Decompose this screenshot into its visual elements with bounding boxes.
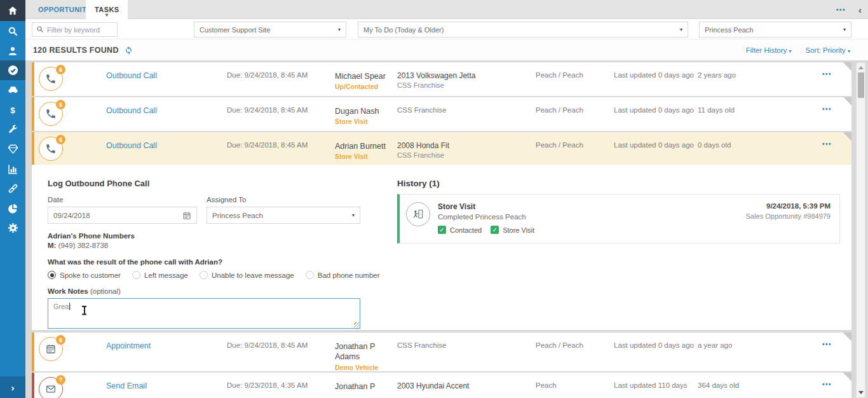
sidebar-item-contacts[interactable] [0, 41, 25, 60]
car-icon [7, 84, 19, 96]
task-type-link[interactable]: Appointment [106, 341, 151, 350]
site-select-value: Customer Support Site [200, 26, 270, 34]
phone-icon: $ [39, 67, 63, 91]
task-row-selected[interactable]: $ Outbound Call Due: 9/24/2018, 8:45 AM … [32, 132, 851, 165]
checkbox-check-icon: ✓ [491, 226, 499, 234]
date-label: Date [48, 196, 197, 203]
sidebar-item-home[interactable] [0, 0, 25, 21]
email-icon: ? [39, 377, 63, 398]
crm-tasks-screen: $ › OPPORTUNITIES TASKS ▾ [0, 0, 868, 398]
task-type-link[interactable]: Send Email [106, 381, 147, 390]
task-due: Due: 9/24/2018, 8:45 AM [227, 62, 335, 96]
sidebar-item-reports[interactable] [0, 159, 25, 179]
tab-bar: OPPORTUNITIES TASKS ▾ ••• ‹ [25, 0, 868, 19]
task-age: 2 years ago [698, 62, 780, 96]
contacted-checkbox[interactable]: ✓Contacted [438, 226, 482, 234]
sort-button[interactable]: Sort: Priority ▾ [806, 46, 850, 54]
vehicle: 2008 Honda Fit [397, 141, 536, 150]
work-notes-textarea[interactable]: Great [48, 298, 360, 329]
sidebar-item-sales[interactable]: $ [0, 100, 25, 120]
home-icon [7, 5, 18, 17]
sidebar-item-rewards[interactable] [0, 139, 25, 159]
site-select[interactable]: Customer Support Site ▾ [194, 22, 346, 38]
task-row[interactable]: $ Outbound Call Due: 9/24/2018, 8:45 AM … [32, 62, 851, 96]
sidebar-item-search[interactable] [0, 21, 25, 41]
history-event-card[interactable]: Store Visit Completed Princess Peach ✓Co… [397, 194, 840, 244]
checkbox-label: Store Visit [503, 226, 534, 234]
vertical-scrollbar[interactable] [856, 62, 865, 398]
row-menu-button[interactable]: ••• [822, 341, 832, 348]
work-notes-label: Work Notes [48, 287, 88, 295]
radio-dot [48, 271, 56, 279]
corner-fold [843, 62, 851, 71]
opportunity-badge: $ [56, 100, 65, 109]
row-menu-button[interactable]: ••• [822, 106, 832, 113]
assigned-to-label: Assigned To [207, 196, 360, 203]
sidebar-item-settings[interactable] [0, 218, 25, 238]
task-type-link[interactable]: Outbound Call [106, 106, 157, 115]
sidebar-expand-button[interactable]: › [0, 376, 25, 398]
filter-history-label: Filter History [746, 46, 787, 54]
radio-bad-phone-number[interactable]: Bad phone number [306, 271, 380, 279]
task-row[interactable]: $ Appointment Due: 9/24/2018, 8:45 AM Jo… [32, 333, 851, 371]
collapse-panel-icon[interactable]: ‹ [858, 4, 862, 15]
filter-history-button[interactable]: Filter History ▾ [746, 46, 792, 54]
sidebar-item-tasks[interactable] [0, 60, 25, 80]
task-row[interactable]: ? Send Email Due: 9/23/2018, 4:35 AM Jon… [32, 373, 851, 398]
scrollbar-thumb[interactable] [858, 72, 864, 98]
pie-chart-icon [7, 203, 18, 214]
row-menu-button[interactable]: ••• [822, 141, 832, 148]
search-icon [36, 24, 47, 36]
assigned-to-value: Princess Peach [212, 212, 263, 219]
task-age: 11 days old [698, 97, 780, 131]
queue-select[interactable]: My To Do (Today & Older) ▾ [358, 22, 688, 38]
radio-spoke-to-customer[interactable]: Spoke to customer [48, 271, 121, 279]
log-call-form: Log Outbound Phone Call Date 09/24/2018 … [48, 179, 381, 330]
checkbox-label: Contacted [450, 226, 482, 234]
sidebar-item-links[interactable] [0, 179, 25, 198]
date-field[interactable]: 09/24/2018 [48, 207, 197, 224]
dollar-icon: $ [7, 104, 18, 116]
radio-unable-to-leave-message[interactable]: Unable to leave message [200, 271, 294, 279]
tab-tasks[interactable]: TASKS ▾ [86, 0, 128, 19]
last-updated: Last updated 0 days ago [614, 132, 698, 165]
sidebar-item-inventory[interactable] [0, 80, 25, 100]
svg-text:$: $ [10, 105, 15, 114]
gear-icon [7, 222, 19, 234]
vehicle: 2003 Hyundai Accent [397, 381, 536, 390]
filter-bar: Customer Support Site ▾ My To Do (Today … [25, 19, 868, 39]
radio-dot [200, 271, 208, 279]
radio-left-message[interactable]: Left message [132, 271, 188, 279]
chevron-down-icon: ▾ [352, 212, 355, 218]
task-type-link[interactable]: Outbound Call [106, 71, 157, 80]
phone-number: (949) 382-8738 [58, 242, 109, 249]
keyword-filter-input[interactable] [47, 26, 113, 34]
refresh-icon[interactable] [124, 45, 133, 55]
resize-handle[interactable] [354, 322, 359, 327]
task-row[interactable]: $ Outbound Call Due: 9/24/2018, 8:45 AM … [32, 97, 851, 131]
history-event-subtitle: Completed Princess Peach [438, 213, 534, 221]
calendar-icon[interactable] [182, 211, 191, 220]
radio-dot [306, 271, 314, 279]
row-menu-button[interactable]: ••• [822, 71, 832, 78]
row-menu-button[interactable]: ••• [822, 381, 832, 388]
vehicle: 2013 Volkswagen Jetta [397, 71, 536, 80]
store-visit-checkbox[interactable]: ✓Store Visit [491, 226, 534, 234]
customer-status: Store Visit [335, 153, 397, 160]
log-call-panel: Log Outbound Phone Call Date 09/24/2018 … [32, 165, 851, 330]
more-options-button[interactable]: ••• [836, 6, 846, 13]
agent-select[interactable]: Princess Peach ▾ [699, 22, 851, 38]
scroll-down-arrow[interactable] [857, 388, 865, 397]
task-due: Due: 9/24/2018, 8:45 AM [227, 333, 335, 371]
results-bar: 120 RESULTS FOUND Filter History ▾ Sort:… [25, 39, 868, 60]
customer-name: Jonathan P Adams [335, 341, 397, 362]
sidebar-item-insights[interactable] [0, 198, 25, 218]
bar-chart-icon [7, 163, 18, 175]
sidebar-item-service[interactable] [0, 120, 25, 139]
task-type-link[interactable]: Outbound Call [106, 141, 157, 150]
franchise: CSS Franchise [397, 341, 536, 349]
task-age: 0 days old [698, 132, 780, 165]
assigned-to-select[interactable]: Princess Peach ▾ [207, 207, 360, 224]
scroll-up-arrow[interactable] [857, 64, 865, 72]
call-result-question: What was the result of the phone call wi… [48, 258, 381, 266]
